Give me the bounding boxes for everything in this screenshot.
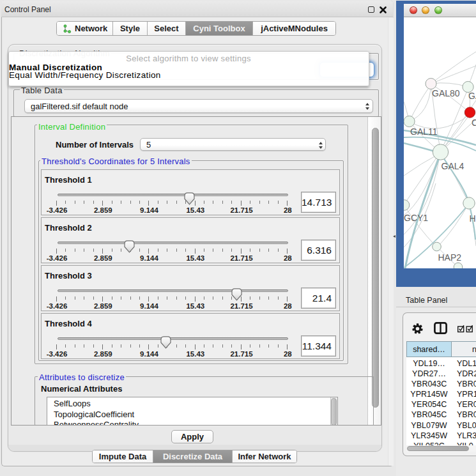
svg-text:C: C [472, 118, 476, 128]
svg-text:GAL80: GAL80 [432, 88, 460, 98]
svg-text:GAL11: GAL11 [410, 127, 438, 137]
svg-text:GCY1: GCY1 [404, 213, 428, 223]
svg-text:H: H [470, 213, 476, 224]
svg-text:HAP2: HAP2 [438, 252, 462, 263]
svg-text:GAL4: GAL4 [441, 161, 464, 171]
svg-text:GA: GA [468, 91, 476, 101]
